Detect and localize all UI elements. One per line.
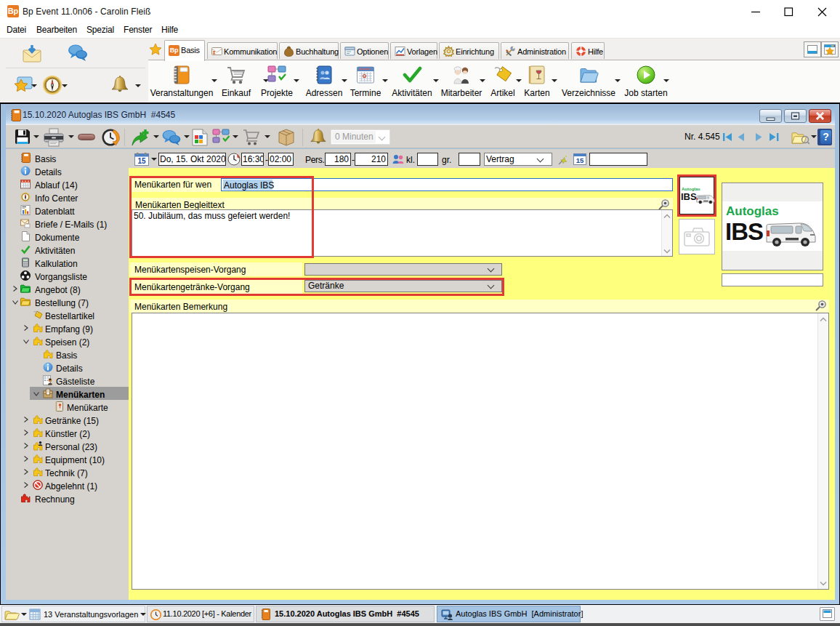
svg-text:15: 15 [137, 157, 146, 165]
svg-text:15: 15 [576, 156, 584, 164]
